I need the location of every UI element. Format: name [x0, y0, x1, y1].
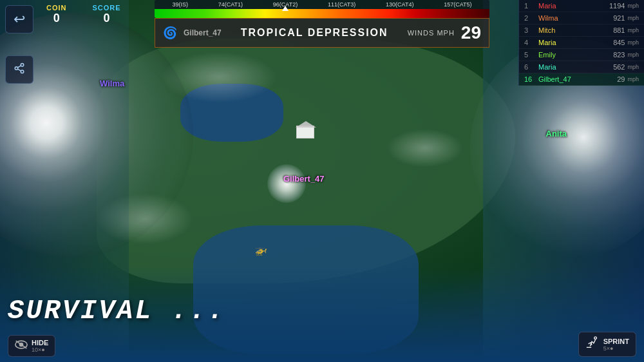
share-icon [14, 62, 25, 77]
lb-rank: 16 [524, 75, 536, 83]
back-arrow-icon: ↩ [14, 11, 25, 28]
storm-type-display: TROPICAL DEPRESSION [228, 27, 401, 39]
hide-count: 10×● [32, 347, 48, 353]
score-label: SCORE [93, 4, 121, 12]
coin-value: 0 [53, 12, 60, 25]
wind-scale-bar [155, 9, 489, 18]
cat-label-4: 130(CAT4) [386, 1, 413, 8]
lb-speed: 845 [613, 39, 625, 46]
wind-info-bar: 🌀 Gilbert_47 TROPICAL DEPRESSION WINDS M… [155, 18, 489, 48]
svg-point-1 [15, 66, 18, 70]
svg-point-0 [21, 63, 24, 66]
lb-name: Emily [538, 51, 611, 59]
share-button[interactable] [5, 55, 33, 84]
lb-rank: 3 [524, 26, 536, 34]
leaderboard-row: 16Gilbert_4729mph [519, 73, 644, 86]
lb-unit: mph [627, 15, 639, 21]
leaderboard-row: 1Maria1194mph [519, 0, 644, 12]
sprint-label: SPRINT [603, 338, 629, 345]
sprint-count: 5×● [603, 345, 629, 352]
lb-speed: 881 [613, 26, 625, 34]
leaderboard-row: 5Emily823mph [519, 49, 644, 61]
svg-point-8 [594, 337, 596, 339]
hud-top-left: ↩ [5, 5, 33, 84]
svg-point-2 [21, 70, 24, 73]
wind-gauge-container: 39(IS) 74(CAT1) 96(CAT2) 111(CAT3) 130(C… [155, 0, 489, 48]
lb-name: Mitch [538, 26, 611, 34]
lb-name: Gilbert_47 [538, 75, 614, 83]
sprint-text-block: SPRINT 5×● [603, 338, 629, 352]
leaderboard-row: 4Maria845mph [519, 37, 644, 49]
lb-unit: mph [627, 3, 639, 9]
lb-speed: 562 [613, 63, 625, 71]
cat-label-3: 111(CAT3) [328, 1, 355, 8]
hide-label: HIDE [32, 339, 48, 347]
map-vehicle: 🚁 [254, 243, 267, 256]
svg-line-3 [17, 69, 21, 71]
hide-text-block: HIDE 10×● [32, 339, 48, 353]
lb-speed: 1194 [609, 2, 625, 10]
storm-name-display: Gilbert_47 [184, 28, 222, 37]
lb-name: Maria [538, 2, 607, 10]
lb-rank: 6 [524, 63, 536, 71]
wind-speed-value: 29 [461, 23, 481, 43]
hide-icon [15, 339, 28, 352]
winds-label: WINDS MPH [408, 29, 455, 37]
lb-name: Wilma [538, 14, 611, 22]
leaderboard-row: 6Maria562mph [519, 61, 644, 73]
svg-line-4 [17, 65, 21, 67]
lb-speed: 823 [613, 51, 625, 59]
lb-speed: 29 [617, 75, 625, 83]
lb-name: Maria [538, 39, 611, 46]
lb-name: Maria [538, 63, 611, 71]
lb-unit: mph [627, 76, 639, 82]
lb-unit: mph [627, 39, 639, 46]
coin-label: COIN [46, 4, 67, 12]
cat-label-1: 74(CAT1) [218, 1, 243, 8]
cat-label-5: 157(CAT5) [444, 1, 471, 8]
lb-unit: mph [627, 64, 639, 70]
hide-button[interactable]: HIDE 10×● [8, 335, 55, 357]
lb-speed: 921 [613, 14, 625, 22]
hurricane-icon-small: 🌀 [163, 26, 177, 40]
map-building [296, 126, 314, 138]
wind-scale-labels: 39(IS) 74(CAT1) 96(CAT2) 111(CAT3) 130(C… [155, 0, 489, 9]
sprint-icon [585, 336, 600, 353]
lb-unit: mph [627, 27, 639, 33]
leaderboard-row: 2Wilma921mph [519, 12, 644, 24]
lb-rank: 1 [524, 2, 536, 10]
coin-score-hud: COIN 0 SCORE 0 [39, 0, 129, 29]
score-block: SCORE 0 [93, 4, 121, 25]
score-value: 0 [104, 12, 110, 25]
lb-rank: 4 [524, 39, 536, 46]
coin-block: COIN 0 [46, 4, 67, 25]
lb-unit: mph [627, 52, 639, 58]
leaderboard: 1Maria1194mph2Wilma921mph3Mitch881mph4Ma… [518, 0, 644, 86]
great-lakes [180, 84, 283, 142]
back-button[interactable]: ↩ [5, 5, 33, 33]
scale-indicator [282, 6, 289, 11]
lb-rank: 2 [524, 14, 536, 22]
leaderboard-row: 3Mitch881mph [519, 24, 644, 37]
hurricane-gilbert [267, 164, 306, 203]
survival-text: SURVIVAL ... [8, 296, 225, 327]
cat-label-td: 39(IS) [172, 1, 188, 8]
lb-rank: 5 [524, 51, 536, 59]
sprint-button[interactable]: SPRINT 5×● [578, 332, 636, 357]
